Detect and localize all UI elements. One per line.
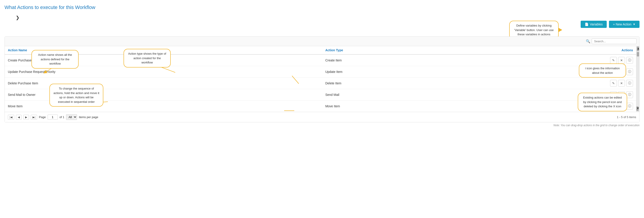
first-page-button[interactable]: |◀ [8,115,14,120]
page-title: What Actions to execute for this Workflo… [4,5,640,10]
variables-icon: 📄 [585,23,588,26]
pagination-count: 1 - 5 of 5 items [617,115,636,119]
row-action-name: Update Purchase Request Priority [5,66,322,78]
table-wrapper: Action name shows all the actions define… [4,37,640,127]
drag-note: Note: You can drag-drop actions in the g… [4,124,640,127]
row-actions-cell: ✎✕ⓘ [464,55,636,66]
row-actions-cell: ✎✕ⓘ [464,78,636,89]
pagination: |◀ ◀ ▶ ▶| Page of 1 All 10 25 50 items p… [5,112,639,122]
variables-button[interactable]: 📄 Variables [581,21,607,28]
variables-label: Variables [590,23,603,26]
edit-action-button[interactable]: ✎ [610,103,617,110]
row-action-type: Update Item [322,66,464,78]
page-input[interactable] [48,115,58,120]
delete-action-button[interactable]: ✕ [618,91,625,98]
row-action-type: Move Item [322,101,464,112]
actions-table: Action Name Action Type Actions Create P… [5,46,636,112]
edit-action-button[interactable]: ✎ [610,80,617,87]
col-header-name: Action Name [5,46,322,55]
items-per-page-select[interactable]: All 10 25 50 [66,114,77,120]
row-actions-cell: ✎✕ⓘ [464,66,636,78]
info-action-button[interactable]: ⓘ [626,91,633,98]
items-per-page-label: items per page [79,115,98,119]
row-actions-cell: ✎✕ⓘ [464,89,636,101]
col-header-type: Action Type [322,46,464,55]
row-action-type: Send Mail [322,89,464,101]
scrollbar-up-arrow[interactable]: ▲ [637,47,639,51]
table-row: Create Purchase RequestCreate Item✎✕ⓘ [5,55,636,66]
scrollbar-down-arrow[interactable]: ▼ [636,106,638,111]
info-action-button[interactable]: ⓘ [626,68,633,75]
table-row: Delete Purchase ItemDelete Item✎✕ⓘ [5,78,636,89]
search-icon: 🔍 [586,39,590,43]
row-action-type: Create Item [322,55,464,66]
table-row: Send Mail to OwnerSend Mail✎✕ⓘ [5,89,636,101]
scrollbar-thumb[interactable] [637,52,639,57]
search-input[interactable] [592,39,636,44]
new-action-label: + New Action [613,23,632,26]
search-bar: 🔍 [5,37,639,46]
last-page-button[interactable]: ▶| [31,115,37,120]
edit-action-button[interactable]: ✎ [610,57,617,64]
info-action-button[interactable]: ⓘ [626,80,633,87]
next-page-button[interactable]: ▶ [23,115,29,120]
row-action-name: Delete Purchase Item [5,78,322,89]
info-action-button[interactable]: ⓘ [626,57,633,64]
new-action-button[interactable]: + New Action ▼ [609,21,640,28]
info-action-button[interactable]: ⓘ [626,103,633,110]
new-action-caret-icon: ▼ [633,23,636,26]
edit-action-button[interactable]: ✎ [610,68,617,75]
edit-action-button[interactable]: ✎ [610,91,617,98]
row-actions-cell: ✎✕ⓘ [464,101,636,112]
delete-action-button[interactable]: ✕ [618,80,625,87]
of-label: of 1 [60,115,64,119]
row-action-name: Create Purchase Request [5,55,322,66]
page-label: Page [39,115,46,119]
delete-action-button[interactable]: ✕ [618,68,625,75]
row-action-name: Send Mail to Owner [5,89,322,101]
table-row: Move ItemMove Item✎✕ⓘ [5,101,636,112]
delete-action-button[interactable]: ✕ [618,57,625,64]
toolbar: Define variables by clicking 'Variable' … [4,21,640,34]
table-scroll-wrapper: Action Name Action Type Actions Create P… [5,46,639,112]
table-row: Update Purchase Request PriorityUpdate I… [5,66,636,78]
scrollbar[interactable]: ▲ ▼ [636,46,639,112]
actions-table-container: 🔍 Action Name Action Type Actions Create… [4,37,640,122]
row-action-name: Move Item [5,101,322,112]
cursor-icon: ❯ [16,15,20,20]
prev-page-button[interactable]: ◀ [16,115,22,120]
row-action-type: Delete Item [322,78,464,89]
col-header-actions: Actions [464,46,636,55]
delete-action-button[interactable]: ✕ [618,103,625,110]
